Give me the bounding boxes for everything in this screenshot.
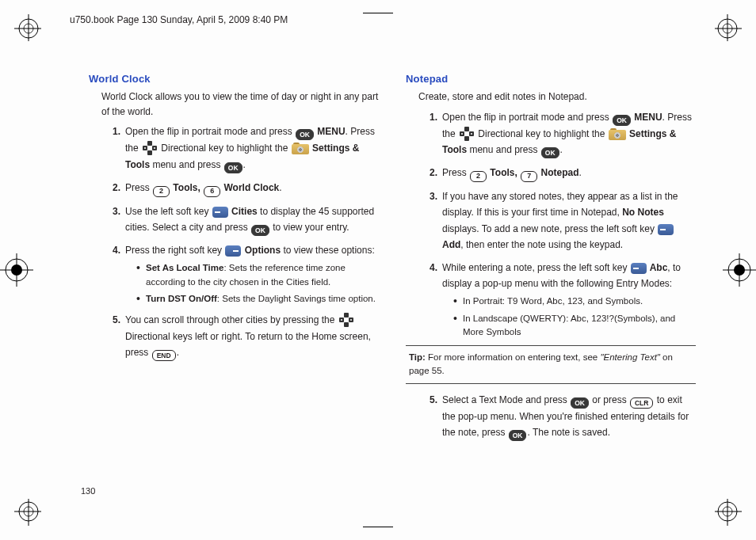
- text: .: [560, 144, 563, 155]
- text: Select a Text Mode and press: [442, 394, 570, 405]
- ok-key-icon: OK: [251, 225, 269, 236]
- clr-key-icon: CLR: [630, 397, 653, 409]
- text: .: [177, 347, 179, 358]
- text: . The note is saved.: [527, 427, 610, 438]
- step-5: You can scroll through other cities by p…: [101, 312, 379, 361]
- list-item: In Portrait: T9 Word, Abc, 123, and Symb…: [453, 295, 696, 308]
- key-7-icon: 7: [521, 171, 537, 182]
- ok-key-icon: OK: [509, 430, 527, 441]
- notepad-steps-cont: Select a Text Mode and press OK or press…: [418, 392, 696, 441]
- key-2-icon: 2: [153, 186, 170, 197]
- step-1: Open the flip in portrait mode and press…: [101, 124, 379, 173]
- ok-key-icon: OK: [541, 147, 559, 158]
- text: displays. To add a new note, press the l…: [442, 223, 657, 234]
- page-number: 130: [81, 486, 95, 496]
- text-bold: World Clock: [221, 182, 279, 193]
- crop-mark-br: [715, 499, 756, 540]
- crop-line: [363, 13, 393, 13]
- text-bold: No Notes: [622, 207, 664, 218]
- right-softkey-icon: [225, 245, 241, 257]
- step-4: Press the right soft key Options to view…: [101, 242, 379, 306]
- text: Press: [442, 167, 469, 178]
- crop-mark-bl: [0, 499, 41, 540]
- text: For more information on entering text, s…: [426, 352, 601, 362]
- text-italic: "Entering Text": [600, 352, 660, 362]
- entry-modes-list: In Portrait: T9 Word, Abc, 123, and Symb…: [453, 295, 696, 339]
- step-1: Open the flip in portrait mode and press…: [418, 109, 696, 158]
- step-5: Select a Text Mode and press OK or press…: [418, 392, 696, 441]
- notepad-steps: Open the flip in portrait mode and press…: [418, 109, 696, 339]
- svg-rect-37: [464, 136, 469, 141]
- list-item: Turn DST On/Off: Sets the Daylight Savin…: [136, 292, 379, 306]
- ok-key-icon: OK: [571, 397, 589, 409]
- ok-key-icon: OK: [613, 115, 631, 126]
- crop-mark-left: [0, 253, 33, 287]
- text: Use the left soft key: [125, 206, 212, 217]
- svg-point-35: [350, 319, 352, 321]
- svg-point-29: [154, 147, 155, 149]
- dpad-icon: [142, 140, 158, 156]
- step-4: While entering a note, press the left so…: [418, 260, 696, 340]
- list-item: Set As Local Time: Sets the reference ti…: [136, 261, 379, 289]
- left-softkey-icon: [658, 224, 674, 235]
- ok-key-icon: OK: [296, 129, 314, 140]
- dpad-icon: [459, 126, 475, 142]
- step-2: Press 2 Tools, 6 World Clock.: [101, 180, 379, 197]
- text: Press: [125, 182, 152, 193]
- column-left: World Clock World Clock allows you to vi…: [89, 73, 379, 447]
- svg-point-28: [144, 147, 146, 149]
- text: Directional key to highlight the: [475, 128, 608, 139]
- text-bold: Tools,: [487, 167, 520, 178]
- text: to view these options:: [281, 245, 375, 256]
- svg-rect-24: [147, 141, 152, 146]
- page-content: World Clock World Clock allows you to vi…: [89, 73, 696, 447]
- text: .: [243, 159, 246, 170]
- text: , then enter the note using the keypad.: [460, 239, 623, 250]
- svg-point-40: [461, 133, 463, 135]
- svg-point-34: [341, 319, 342, 321]
- text: In Portrait: T9 Word, Abc, 123, and Symb…: [463, 296, 643, 306]
- end-key-icon: END: [152, 350, 176, 361]
- text-bold: Abc: [647, 262, 668, 273]
- crop-mark-right: [723, 253, 756, 287]
- text-bold: Notepad: [538, 167, 578, 178]
- text: or press: [590, 394, 629, 405]
- svg-rect-30: [344, 313, 349, 318]
- world-clock-intro: World Clock allows you to view the time …: [101, 89, 379, 119]
- crop-line: [363, 527, 393, 527]
- step-3: Use the left soft key Cities to display …: [101, 203, 379, 236]
- text: .: [279, 182, 281, 193]
- text: In Landscape (QWERTY): Abc, 123!?(Symbol…: [463, 314, 675, 337]
- tip-box: Tip: For more information on entering te…: [406, 345, 696, 384]
- crop-mark-tl: [0, 0, 41, 41]
- text: Open the flip in portrait mode and press: [442, 112, 612, 123]
- text: menu and press: [150, 159, 223, 170]
- svg-rect-25: [147, 150, 152, 155]
- settings-folder-icon: [609, 128, 626, 140]
- column-right: Notepad Create, store and edit notes in …: [406, 73, 696, 447]
- text-bold: Add: [442, 239, 460, 250]
- step-2: Press 2 Tools, 7 Notepad.: [418, 165, 696, 182]
- settings-folder-icon: [292, 143, 309, 154]
- section-title-world-clock: World Clock: [89, 73, 379, 85]
- text-bold: Turn DST On/Off: [146, 294, 217, 303]
- text: menu and press: [467, 144, 540, 155]
- text: Directional key to highlight the: [158, 143, 291, 154]
- text: You can scroll through other cities by p…: [125, 314, 338, 325]
- text: : Sets the Daylight Savings time option.: [217, 294, 376, 303]
- key-6-icon: 6: [204, 186, 220, 197]
- section-title-notepad: Notepad: [406, 73, 696, 85]
- text: .: [579, 167, 582, 178]
- crop-mark-tr: [715, 0, 756, 41]
- svg-point-41: [471, 133, 472, 135]
- text: Open the flip in portrait mode and press: [125, 126, 295, 137]
- key-2-icon: 2: [470, 171, 487, 182]
- tip-label: Tip:: [409, 352, 426, 362]
- step-3: If you have any stored notes, they appea…: [418, 188, 696, 253]
- page-header: u750.book Page 130 Sunday, April 5, 2009…: [70, 14, 288, 25]
- text-bold: MENU: [315, 126, 346, 137]
- svg-rect-36: [464, 127, 469, 131]
- left-softkey-icon: [631, 263, 647, 274]
- left-softkey-icon: [212, 207, 228, 218]
- text: Press the right soft key: [125, 245, 224, 256]
